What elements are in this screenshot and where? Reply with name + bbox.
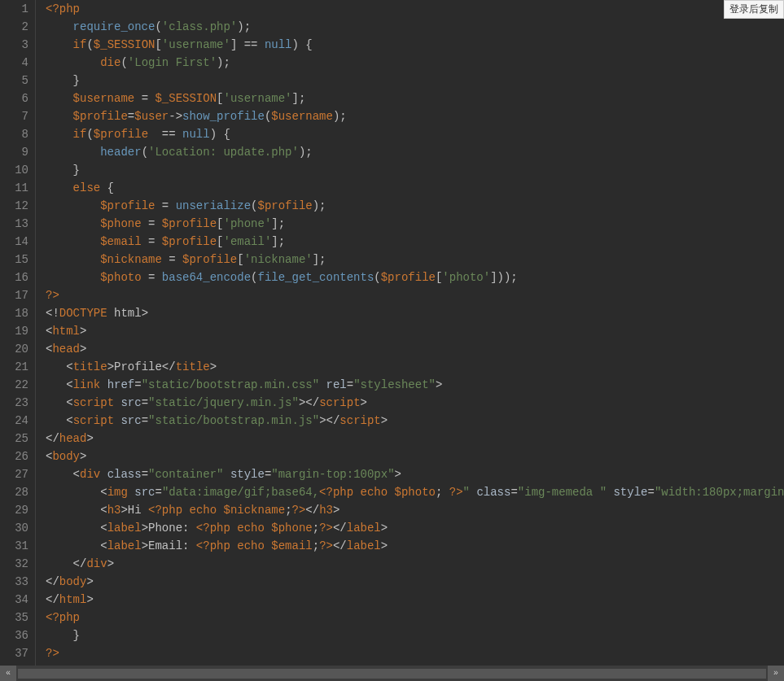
code-line[interactable]: <div class="container" style="margin-top… — [46, 465, 784, 483]
code-line[interactable]: $nickname = $profile['nickname']; — [46, 251, 784, 268]
code-line[interactable]: } — [46, 72, 784, 89]
code-area[interactable]: <?php require_once('class.php'); if($_SE… — [36, 0, 784, 666]
line-number: 28 — [3, 483, 28, 501]
code-line[interactable]: if($_SESSION['username'] == null) { — [46, 36, 784, 54]
line-number: 8 — [3, 125, 28, 143]
code-line[interactable]: <label>Phone: <?php echo $phone;?></labe… — [46, 519, 784, 537]
line-number: 27 — [3, 465, 28, 483]
scroll-right-button[interactable]: » — [768, 666, 784, 681]
line-number: 30 — [3, 519, 28, 537]
code-line[interactable]: } — [46, 626, 784, 644]
line-number: 24 — [3, 412, 28, 430]
code-line[interactable]: <script src="static/bootstrap.min.js"></… — [46, 412, 784, 430]
code-line[interactable]: <script src="static/jquery.min.js"></scr… — [46, 394, 784, 412]
code-line[interactable]: <title>Profile</title> — [46, 358, 784, 376]
code-line[interactable]: <head> — [46, 340, 784, 358]
code-line[interactable]: ?> — [46, 286, 784, 304]
line-number: 13 — [3, 215, 28, 233]
code-line[interactable]: <img src="data:image/gif;base64,<?php ec… — [46, 483, 784, 501]
line-number: 2 — [3, 18, 28, 36]
code-editor: 登录后复制 1234567891011121314151617181920212… — [0, 0, 784, 666]
code-line[interactable]: <h3>Hi <?php echo $nickname;?></h3> — [46, 501, 784, 519]
horizontal-scrollbar[interactable]: « » — [0, 666, 784, 681]
code-line[interactable]: $phone = $profile['phone']; — [46, 215, 784, 233]
code-line[interactable]: die('Login First'); — [46, 54, 784, 72]
line-number: 11 — [3, 179, 28, 197]
code-content[interactable]: <?php require_once('class.php'); if($_SE… — [36, 0, 784, 662]
code-line[interactable]: </div> — [46, 555, 784, 573]
code-line[interactable]: <?php — [46, 0, 784, 18]
code-line[interactable]: <?php — [46, 609, 784, 626]
line-number: 12 — [3, 197, 28, 215]
line-number: 36 — [3, 626, 28, 644]
line-number: 20 — [3, 340, 28, 358]
code-line[interactable]: if($profile == null) { — [46, 125, 784, 143]
code-line[interactable]: <label>Email: <?php echo $email;?></labe… — [46, 537, 784, 555]
line-number: 37 — [3, 644, 28, 662]
line-number-gutter: 1234567891011121314151617181920212223242… — [0, 0, 36, 666]
code-line[interactable]: else { — [46, 179, 784, 197]
code-line[interactable]: } — [46, 161, 784, 179]
line-number: 6 — [3, 89, 28, 107]
line-number: 18 — [3, 304, 28, 322]
code-line[interactable]: $photo = base64_encode(file_get_contents… — [46, 268, 784, 286]
code-line[interactable]: header('Location: update.php'); — [46, 143, 784, 161]
code-line[interactable]: $email = $profile['email']; — [46, 233, 784, 251]
code-line[interactable]: </head> — [46, 430, 784, 447]
line-number: 15 — [3, 251, 28, 268]
line-number: 7 — [3, 107, 28, 125]
line-number: 4 — [3, 54, 28, 72]
line-number: 19 — [3, 322, 28, 340]
line-number: 29 — [3, 501, 28, 519]
code-line[interactable]: ?> — [46, 644, 784, 662]
line-number: 14 — [3, 233, 28, 251]
scroll-left-button[interactable]: « — [0, 666, 16, 681]
line-number: 34 — [3, 591, 28, 609]
line-number: 25 — [3, 430, 28, 447]
line-number: 31 — [3, 537, 28, 555]
line-number: 33 — [3, 573, 28, 591]
line-number: 9 — [3, 143, 28, 161]
code-line[interactable]: <html> — [46, 322, 784, 340]
line-number: 5 — [3, 72, 28, 89]
code-line[interactable]: $username = $_SESSION['username']; — [46, 89, 784, 107]
code-line[interactable]: </html> — [46, 591, 784, 609]
code-line[interactable]: <!DOCTYPE html> — [46, 304, 784, 322]
code-line[interactable]: </body> — [46, 573, 784, 591]
code-line[interactable]: require_once('class.php'); — [46, 18, 784, 36]
line-number: 26 — [3, 447, 28, 465]
line-number: 21 — [3, 358, 28, 376]
line-number: 16 — [3, 268, 28, 286]
copy-button[interactable]: 登录后复制 — [724, 0, 784, 19]
line-number: 3 — [3, 36, 28, 54]
code-line[interactable]: <body> — [46, 447, 784, 465]
line-number: 32 — [3, 555, 28, 573]
line-number: 22 — [3, 376, 28, 394]
line-number: 1 — [3, 0, 28, 18]
scroll-track[interactable] — [18, 669, 766, 679]
line-number: 23 — [3, 394, 28, 412]
code-line[interactable]: <link href="static/bootstrap.min.css" re… — [46, 376, 784, 394]
line-number: 17 — [3, 286, 28, 304]
code-line[interactable]: $profile = unserialize($profile); — [46, 197, 784, 215]
line-number: 35 — [3, 609, 28, 626]
code-line[interactable]: $profile=$user->show_profile($username); — [46, 107, 784, 125]
line-number: 10 — [3, 161, 28, 179]
